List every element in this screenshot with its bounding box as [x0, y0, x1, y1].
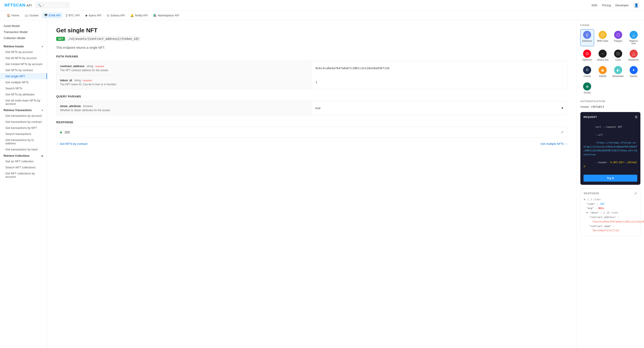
nav-notify-api[interactable]: 🔔 Notify API: [128, 12, 150, 18]
param-value-contract-address[interactable]: [312, 61, 567, 75]
sidebar-item-get-transactions-by-to-address[interactable]: Get transactions by to address: [0, 137, 47, 146]
chain-ethereum[interactable]: ⟠ Ethereum: [580, 29, 594, 46]
chain-grid-row2: ⊙ Optimism ↔ zkSync Era ⬛ Linea △ Avalan…: [580, 48, 640, 63]
sidebar-item-collection-model[interactable]: Collection Model: [0, 35, 47, 41]
select-chevron-icon: ▼: [561, 106, 564, 110]
copy-request-icon[interactable]: ⎘: [635, 115, 637, 119]
search-input[interactable]: [43, 3, 65, 7]
nav-btc-api[interactable]: ₿ BTC API: [64, 12, 82, 18]
sidebar-item-search-transactions[interactable]: Search transactions: [0, 131, 47, 137]
expand-icon[interactable]: ⤢: [561, 130, 564, 134]
sidebar-item-get-minted-nfts-by-account[interactable]: Get minted NFTs by account: [0, 61, 47, 67]
moonbeam-icon: ◐: [614, 66, 622, 74]
status-code: 200: [64, 131, 70, 134]
sidebar-item-get-all-nfts-by-account[interactable]: Get all NFTs by account: [0, 55, 47, 61]
query-params-table: show_attribute boolean Whether to obtain…: [56, 101, 568, 115]
sidebar-item-get-transactions-by-hash[interactable]: Get transactions by hash: [0, 146, 47, 153]
prev-nav-button[interactable]: ← Get NFTs by contract: [56, 142, 88, 146]
expand-response-icon[interactable]: ⤢: [634, 192, 637, 195]
sidebar-item-get-nfts-by-account[interactable]: Get NFTs by account: [0, 49, 47, 55]
param-value-show-attribute[interactable]: true ▼: [312, 101, 567, 115]
logo[interactable]: NFTSCAN·API: [4, 3, 32, 8]
secondary-nav: 🏠 Home 📖 Guides 🖥️ EVM API ₿ BTC API ◆ A…: [0, 11, 644, 20]
home-icon: 🏠: [7, 14, 10, 17]
chain-fantom[interactable]: ✦ Fantom: [627, 64, 640, 79]
chain-platon[interactable]: ◉ PlatON: [596, 64, 610, 79]
retrieve-transactions-arrow: ▼: [41, 109, 44, 112]
auth-title: AUTHENTICATION: [580, 100, 640, 103]
sidebar-item-get-transactions-by-account[interactable]: Get transactions by account: [0, 113, 47, 119]
main-content: Get single NFT GET /v2/assets/{contract_…: [47, 20, 576, 348]
chain-bnb[interactable]: ⬡ BNB Chain: [596, 29, 610, 46]
gnosis-icon: ⊕: [583, 82, 591, 90]
user-icon[interactable]: 👤: [633, 2, 640, 8]
sidebar-item-transaction-model[interactable]: Transaction Model: [0, 29, 47, 35]
try-it-button[interactable]: Try It: [584, 175, 637, 182]
search-icon: 🔍: [38, 3, 41, 7]
aptos-icon: ◆: [85, 14, 88, 17]
param-info-show-attribute: show_attribute boolean Whether to obtain…: [56, 101, 312, 115]
logo-api: ·API: [26, 3, 32, 7]
arbitrum-icon: △: [630, 31, 638, 39]
nav-marketplace-api[interactable]: 🛍️ Marketplace API: [151, 12, 182, 18]
search-box[interactable]: 🔍 /: [36, 2, 69, 8]
main-layout: Asset Model Transaction Model Collection…: [0, 20, 644, 348]
marketplace-icon: 🛍️: [153, 14, 157, 17]
chain-polygon[interactable]: ⬡ Polygon: [612, 29, 625, 46]
zksync-label: zkSync Era: [597, 59, 608, 61]
response-header: RESPONSE: [56, 121, 568, 124]
nav-aptos-api[interactable]: ◆ Aptos API: [83, 12, 104, 18]
sidebar-item-get-transactions-by-contract[interactable]: Get transactions by contract: [0, 119, 47, 125]
chain-title: CHAIN: [580, 24, 640, 26]
sidebar-item-asset-model[interactable]: Asset Model: [0, 23, 47, 29]
cronos-label: Cronos: [584, 75, 591, 77]
nav-home[interactable]: 🏠 Home: [4, 12, 22, 18]
bnb-icon: ⬡: [598, 31, 607, 39]
logo-text: NFTSCAN·API: [4, 3, 32, 8]
select-show-attribute[interactable]: true ▼: [316, 106, 564, 110]
sidebar-section-retrieve-transactions[interactable]: Retrieve Transactions ▼: [0, 107, 47, 113]
chain-optimism[interactable]: ⊙ Optimism: [580, 48, 594, 63]
chain-linea[interactable]: ⬛ Linea: [612, 48, 625, 63]
chain-zksync[interactable]: ↔ zkSync Era: [596, 48, 610, 63]
sidebar-item-search-nft-collections[interactable]: Search NFT collections: [0, 164, 47, 171]
sidebar-item-get-transactions-by-nft[interactable]: Get transactions by NFT: [0, 125, 47, 131]
path-params-table: contract_address string required The NFT…: [56, 61, 568, 89]
ethereum-label: Ethereum: [582, 40, 592, 42]
sdk-link[interactable]: SDK: [592, 3, 598, 7]
nav-solana-api[interactable]: ◎ Solana API: [104, 12, 127, 18]
response-box: 200 ⤢: [56, 127, 568, 138]
chain-cronos[interactable]: © Cronos: [580, 64, 594, 79]
sidebar-section-retrieve-collections[interactable]: Retrieve Collections ▶: [0, 153, 47, 158]
sidebar-item-get-an-nft-collection[interactable]: Get an NFT collection: [0, 158, 47, 164]
bnb-label: BNB Chain: [597, 40, 608, 42]
fantom-label: Fantom: [630, 75, 638, 77]
chain-avalanche[interactable]: △ Avalanche: [627, 48, 640, 63]
json-collapse-data[interactable]: ▼: [586, 211, 588, 214]
pricing-link[interactable]: Pricing: [602, 3, 611, 7]
nav-evm-api[interactable]: 🖥️ EVM API: [42, 12, 63, 18]
select-value-show-attribute: true: [316, 106, 320, 110]
json-collapse-root[interactable]: ▼: [584, 198, 585, 201]
sidebar-item-get-nft-collections-by-account[interactable]: Get NFT collections by account: [0, 171, 47, 180]
user-avatar-icon: 👤: [634, 3, 638, 7]
nav-guides[interactable]: 📖 Guides: [22, 12, 41, 18]
next-nav-button[interactable]: Get multiple NFTs →: [540, 142, 568, 146]
avalanche-label: Avalanche: [628, 59, 639, 61]
sidebar-item-get-nfts-by-attributes[interactable]: Get NFTs by attributes: [0, 91, 47, 97]
chain-gnosis[interactable]: ⊕ Gnosis: [580, 81, 594, 95]
sidebar-section-retrieve-assets[interactable]: Retrieve Assets ▼: [0, 43, 47, 49]
chain-moonbeam[interactable]: ◐ Moonbeam: [612, 64, 625, 79]
param-input-token-id[interactable]: [316, 81, 564, 84]
sidebar-item-get-multiple-nfts[interactable]: Get multiple NFTs: [0, 79, 47, 85]
nav-home-label: Home: [12, 14, 19, 17]
param-input-contract-address[interactable]: [316, 66, 564, 70]
sidebar-item-search-nfts[interactable]: Search NFTs: [0, 85, 47, 91]
developer-link[interactable]: Developer: [616, 3, 629, 7]
sidebar-item-get-all-multi-chain-nfts[interactable]: Get all multi-chain NFTs by account: [0, 97, 47, 107]
param-type-contract-address: string: [86, 65, 93, 68]
sidebar-item-get-nfts-by-contract[interactable]: Get NFTs by contract: [0, 67, 47, 73]
param-value-token-id[interactable]: [312, 75, 567, 89]
chain-arbitrum[interactable]: △ Arbitrum One: [627, 29, 640, 46]
sidebar-item-get-single-nft[interactable]: Get single NFT: [0, 73, 47, 79]
